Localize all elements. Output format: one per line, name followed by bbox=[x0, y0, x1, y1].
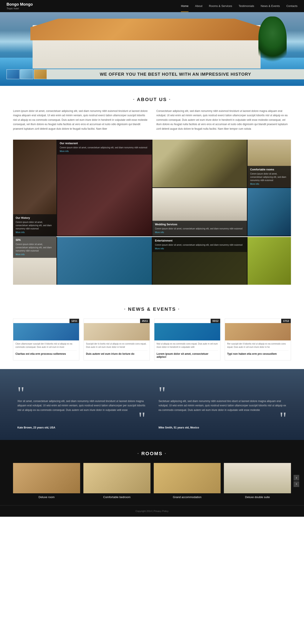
service-wedding-text: Cerem ipsum dolor sit amet, consectetuer… bbox=[155, 227, 244, 230]
nav-contacts[interactable]: Contacts bbox=[286, 0, 297, 12]
entertainment-text: Cerem ipsum dolor sit amet, consectetuer… bbox=[155, 243, 244, 246]
news-item-2: 25/11 Suscipit der lo bortis nisl ut ali… bbox=[84, 318, 150, 360]
nav-about[interactable]: About bbox=[195, 0, 202, 12]
service-spa-overlay: SPA Cerem ipsum dolor sit amet, consecte… bbox=[13, 236, 56, 258]
rooms-grid: Deluxe room Comfortable bedroom Grand ac… bbox=[13, 463, 291, 499]
rooms-nav: › › bbox=[293, 475, 299, 487]
rooms-wrapper: Deluxe room Comfortable bedroom Grand ac… bbox=[13, 463, 291, 499]
hero-banner: WE OFFER YOU THE BEST HOTEL WITH AN IMPR… bbox=[0, 69, 304, 79]
news-date-3: 03/12 bbox=[211, 319, 220, 323]
room-card-3: Grand accommodation bbox=[154, 463, 221, 499]
service-wedding-link[interactable]: More info bbox=[155, 231, 244, 234]
hero-thumb-2[interactable] bbox=[20, 70, 33, 79]
news-headline-2[interactable]: Duis autem vel eum iriure do loriure do bbox=[86, 350, 147, 356]
entertainment-cell: Entertainment Cerem ipsum dolor sit amet… bbox=[153, 237, 247, 285]
room-name-1: Deluxe room bbox=[13, 496, 80, 499]
news-date-4: 17/12 bbox=[281, 319, 291, 323]
about-columns: Lorem ipsum dolor sit amet, consectetuer… bbox=[13, 109, 291, 131]
services-grid: Our History Cerem ipsum dolor sit amet, … bbox=[13, 140, 291, 236]
hero-tagline: WE OFFER YOU THE BEST HOTEL WITH AN IMPR… bbox=[47, 69, 304, 79]
service-history-cell: Our History Cerem ipsum dolor sit amet, … bbox=[13, 140, 56, 236]
about-title: ABOUT US bbox=[13, 97, 291, 102]
news-item-4: 17/12 Rer suscipit der il lobortis nisl … bbox=[225, 318, 291, 360]
nav-home[interactable]: Home bbox=[181, 0, 189, 12]
service-lobby-cell bbox=[153, 140, 247, 187]
entertainment-link[interactable]: More info bbox=[155, 248, 244, 250]
rooms-title: ROOMS bbox=[13, 451, 291, 456]
pool-arch-img bbox=[57, 237, 152, 285]
testimonial-1: " Xlor sit amet, consectetuer adipiscing… bbox=[17, 380, 145, 429]
testimonial-2: " Sectetuer adipiscing elit, sed diam no… bbox=[159, 380, 287, 429]
service-bedroom-title: Comfortable rooms bbox=[250, 168, 288, 171]
hero-thumb-1[interactable] bbox=[7, 70, 20, 79]
testimonials-inner: " Xlor sit amet, consectetuer adipiscing… bbox=[17, 380, 287, 429]
service-spa-link[interactable]: More info bbox=[16, 253, 54, 256]
service-bedroom-overlay: Comfortable rooms Cerem ipsum dolor sit … bbox=[248, 166, 291, 187]
hero-roof bbox=[30, 19, 263, 40]
news-img-4 bbox=[225, 323, 291, 340]
news-headline-1[interactable]: Claritas est etia erm processu sollemnes bbox=[16, 350, 77, 356]
room-img-4[interactable] bbox=[224, 463, 291, 493]
entertainment-overlay: Entertainment Cerem ipsum dolor sit amet… bbox=[153, 237, 247, 252]
nav-links: Home About Rooms & Services Testimonials… bbox=[181, 0, 297, 12]
news-body-3: Nisl ut aliquip ex ea commodo cons equat… bbox=[155, 340, 220, 360]
news-item-3: 03/12 Nisl ut aliquip ex ea commodo cons… bbox=[154, 318, 220, 360]
about-col-1: Lorem ipsum dolor sit amet, consectetuer… bbox=[13, 109, 148, 131]
service-history-title: Our History bbox=[16, 216, 54, 220]
footer: Copyright 2014 | Privacy Policy bbox=[0, 505, 304, 517]
news-text-2: Suscipit der lo bortis nisl ut aliquip e… bbox=[86, 342, 147, 349]
nav-testimonials[interactable]: Testimonials bbox=[239, 0, 254, 12]
rooms-nav-next[interactable]: › bbox=[293, 475, 299, 480]
service-restaurant-link[interactable]: More info bbox=[60, 150, 149, 152]
hero-thumb-3[interactable] bbox=[34, 70, 47, 79]
news-grid: 12/11 Ction ullamcorper suscipit der il … bbox=[13, 318, 291, 360]
services-section: Our History Cerem ipsum dolor sit amet, … bbox=[0, 140, 304, 296]
nav-rooms[interactable]: Rooms & Services bbox=[209, 0, 232, 12]
room-name-4: Deluxe double suite bbox=[224, 496, 291, 499]
service-restaurant-text: Cerem ipsum dolor sit amet, consectetuer… bbox=[60, 146, 149, 149]
news-title: NEWS & EVENTS bbox=[13, 306, 291, 312]
service-spa-text: Cerem ipsum dolor sit amet, consectetuer… bbox=[16, 243, 54, 252]
room-card-4: Deluxe double suite bbox=[224, 463, 291, 499]
spa-img-ext bbox=[248, 237, 291, 285]
nav-news[interactable]: News & Events bbox=[261, 0, 280, 12]
service-wedding-title: Wedding Services bbox=[155, 223, 244, 226]
lobby-img bbox=[153, 140, 247, 187]
news-text-1: Ction ullamcorper suscipit der il lobort… bbox=[16, 342, 77, 349]
news-body-4: Rer suscipit der il lobortis nisl ut ali… bbox=[225, 340, 291, 357]
about-section: ABOUT US Lorem ipsum dolor sit amet, con… bbox=[0, 86, 304, 140]
quote-open-1: " bbox=[17, 384, 145, 402]
news-headline-3[interactable]: Lorem ipsum dolor sit amet, consectetuer… bbox=[157, 350, 218, 358]
news-body-1: Ction ullamcorper suscipit der il lobort… bbox=[13, 340, 79, 357]
brand-name: Bongo Mongo bbox=[7, 2, 33, 7]
news-date-1: 12/11 bbox=[69, 319, 79, 323]
room-card-2: Comfortable bedroom bbox=[83, 463, 150, 499]
room-img-3[interactable] bbox=[154, 463, 221, 493]
entertainment-title: Entertainment bbox=[155, 239, 244, 242]
testimonial-author-2: Mike Smith, 51 years old, Mexico bbox=[159, 426, 287, 429]
news-text-3: Nisl ut aliquip ex ea commodo cons equat… bbox=[157, 342, 218, 349]
news-item-1: 12/11 Ction ullamcorper suscipit der il … bbox=[13, 318, 79, 360]
navbar: Bongo Mongo Tropic hotel Home About Room… bbox=[0, 0, 304, 12]
brand-subtitle: Tropic hotel bbox=[7, 7, 19, 10]
news-img-3 bbox=[155, 323, 220, 340]
testimonial-author-1: Kate Brown, 23 years old, USA bbox=[17, 426, 145, 429]
service-spa-title: SPA bbox=[16, 238, 54, 242]
room-name-2: Comfortable bedroom bbox=[83, 496, 150, 499]
service-wedding-overlay: Wedding Services Cerem ipsum dolor sit a… bbox=[153, 221, 247, 236]
hero-tree bbox=[258, 16, 287, 64]
hero-section: WE OFFER YOU THE BEST HOTEL WITH AN IMPR… bbox=[0, 12, 304, 86]
news-headline-4[interactable]: Typi non haben etia erm pro cessuollem bbox=[227, 350, 288, 356]
service-pool-cell bbox=[248, 188, 291, 236]
room-img-2[interactable] bbox=[83, 463, 150, 493]
hero-thumbnails bbox=[7, 70, 47, 79]
rooms-nav-prev[interactable]: › bbox=[293, 481, 299, 487]
service-restaurant-overlay: Our restaurant Cerem ipsum dolor sit ame… bbox=[57, 140, 152, 154]
about-col-2: Consectetuer adipiscing elit, sed diam n… bbox=[156, 109, 291, 131]
service-history-link[interactable]: More info bbox=[16, 231, 54, 234]
service-bedroom-link[interactable]: More info bbox=[250, 183, 288, 185]
room-card-1: Deluxe room bbox=[13, 463, 80, 499]
news-img-2 bbox=[84, 323, 149, 340]
room-img-1[interactable] bbox=[13, 463, 80, 493]
footer-copyright: Copyright 2014 | Privacy Policy bbox=[135, 510, 169, 512]
